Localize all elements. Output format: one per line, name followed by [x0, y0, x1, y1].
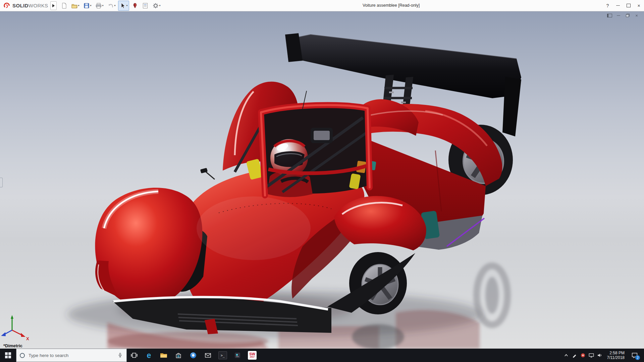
minimize-button[interactable] [613, 0, 623, 11]
tray-app-icon [580, 353, 586, 358]
system-tray: 2:58 PM 7/11/2018 2 [562, 349, 644, 362]
view-orientation-label: *Dimetric [3, 343, 22, 348]
mail-button[interactable] [201, 349, 215, 362]
taskbar-clock[interactable]: 2:58 PM 7/11/2018 [604, 351, 628, 360]
solidworks-app-button[interactable]: SW 2017 [245, 349, 260, 362]
menu-flyout-arrow[interactable] [50, 1, 57, 10]
solidworks-logo[interactable]: SOLIDWORKS [0, 2, 50, 9]
microphone-icon[interactable] [117, 352, 123, 359]
task-view-icon [130, 351, 138, 359]
window-controls: ? × [602, 0, 644, 11]
options-button[interactable]: ▾ [151, 1, 162, 11]
chevron-down-icon[interactable]: ▾ [102, 4, 104, 7]
maximize-button[interactable] [623, 0, 634, 11]
minimize-icon [616, 5, 620, 6]
print-icon [95, 2, 102, 9]
view-triad[interactable]: X [1, 315, 29, 341]
file-properties-button[interactable] [141, 1, 150, 11]
panel-splitter-handle[interactable] [0, 178, 3, 187]
store-button[interactable] [171, 349, 186, 362]
tray-chevron-button[interactable] [562, 349, 571, 362]
cortana-icon [20, 353, 25, 358]
document-window-controls: × [607, 13, 639, 18]
maximize-icon [627, 4, 631, 7]
undo-icon [107, 2, 114, 9]
app-icon [233, 351, 241, 359]
save-button[interactable]: ▾ [82, 1, 93, 11]
search-input[interactable] [28, 353, 114, 358]
file-properties-icon [142, 2, 149, 9]
ink-workspace-button[interactable] [571, 349, 579, 362]
play-triangle-icon [52, 4, 55, 7]
undo-button[interactable]: ▾ [106, 1, 117, 11]
print-button[interactable]: ▾ [94, 1, 105, 11]
terminal-button[interactable]: >_ [215, 349, 230, 362]
triad-x-label: X [26, 336, 29, 341]
logo-text: SOLIDWORKS [12, 3, 48, 8]
dock-icon [607, 14, 612, 17]
file-explorer-icon [159, 351, 168, 359]
taskbar-apps: e [127, 349, 260, 362]
app-titlebar: SOLIDWORKS ▾ [0, 0, 644, 11]
restore-icon [626, 14, 630, 17]
task-view-button[interactable] [127, 349, 142, 362]
tray-app-button[interactable] [579, 349, 587, 362]
save-icon [83, 2, 90, 9]
taskbar-search[interactable] [16, 349, 127, 362]
help-button[interactable]: ? [602, 0, 613, 11]
notification-badge: 2 [635, 355, 640, 360]
volume-icon [596, 352, 603, 359]
model-3d-car[interactable]: X [0, 11, 644, 349]
edge-button[interactable]: e [142, 349, 156, 362]
chevron-down-icon[interactable]: ▾ [159, 4, 161, 7]
mail-icon [204, 351, 212, 359]
select-button[interactable]: ▾ [118, 1, 129, 11]
window-title: Voiture assemblee [Read-only] [363, 3, 420, 8]
viewport-3d[interactable]: X × *Dimetric [0, 11, 644, 349]
app-button[interactable] [230, 349, 245, 362]
close-button[interactable]: × [634, 0, 644, 11]
clock-time: 2:58 PM [609, 351, 625, 355]
options-gear-icon [152, 2, 159, 9]
terminal-icon: >_ [218, 351, 227, 359]
new-document-icon [61, 2, 67, 9]
file-explorer-button[interactable] [156, 349, 171, 362]
windows-taskbar: e [0, 349, 644, 362]
new-document-button[interactable] [59, 1, 69, 11]
clock-date: 7/11/2018 [607, 355, 625, 360]
screen: SOLIDWORKS ▾ [0, 0, 644, 362]
solidworks-app-icon: SW 2017 [248, 351, 257, 360]
ds-logo-icon [3, 2, 11, 9]
open-button[interactable]: ▾ [70, 1, 81, 11]
browser-button[interactable] [186, 349, 201, 362]
windows-logo-icon [5, 352, 11, 358]
appearance-button[interactable] [130, 1, 140, 11]
action-center-button[interactable]: 2 [628, 349, 642, 362]
pen-icon [572, 352, 578, 358]
appearance-icon [131, 2, 138, 9]
display-icon [588, 352, 595, 359]
edge-icon: e [147, 352, 151, 359]
volume-tray-button[interactable] [596, 349, 604, 362]
quick-access-toolbar: ▾ ▾ ▾ [59, 1, 162, 11]
chevron-up-icon [563, 352, 570, 359]
minimize-icon [617, 15, 620, 16]
doc-close-button[interactable]: × [634, 13, 639, 18]
select-cursor-icon [119, 2, 126, 9]
doc-restore-button[interactable] [625, 13, 630, 18]
chevron-down-icon[interactable]: ▾ [90, 4, 92, 7]
chevron-down-icon[interactable]: ▾ [78, 4, 79, 7]
chevron-down-icon[interactable]: ▾ [114, 4, 116, 7]
browser-icon [189, 351, 197, 359]
chevron-down-icon[interactable]: ▾ [126, 4, 128, 7]
open-icon [71, 2, 78, 9]
store-icon [174, 351, 182, 359]
display-tray-button[interactable] [587, 349, 596, 362]
start-button[interactable] [0, 349, 16, 362]
dock-window-button[interactable] [607, 13, 612, 18]
doc-minimize-button[interactable] [616, 13, 621, 18]
